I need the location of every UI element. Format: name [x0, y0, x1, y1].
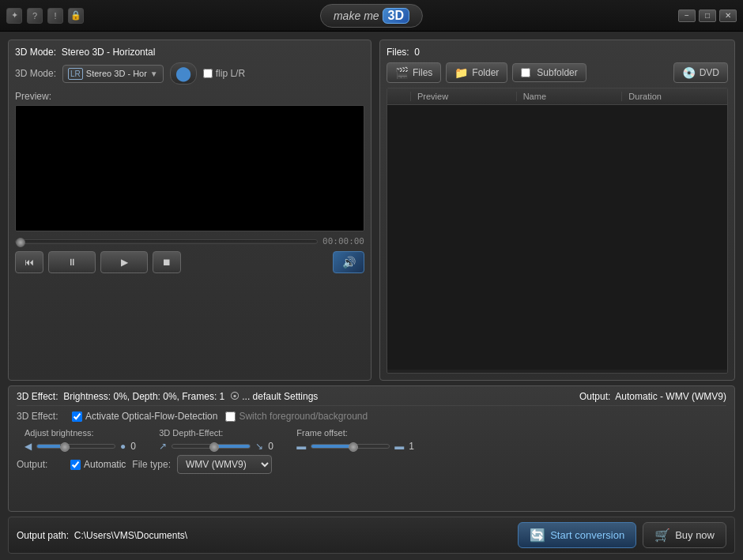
auto-checkbox[interactable] [70, 460, 81, 470]
effect-info: Brightness: 0%, Depth: 0%, Frames: 1 [63, 391, 224, 402]
star-icon[interactable]: ✦ [6, 8, 22, 24]
effect-title: 3D Effect: Brightness: 0%, Depth: 0%, Fr… [17, 391, 318, 402]
mode-dropdown-text: Stereo 3D - Hor [86, 69, 147, 78]
default-label: ... default Settings [242, 391, 318, 402]
action-buttons: 🔄 Start conversion 🛒 Buy now [518, 522, 726, 548]
flip-label[interactable]: flip L/R [203, 68, 245, 79]
window-controls: − □ ✕ [678, 9, 737, 22]
auto-label[interactable]: Automatic [70, 459, 126, 470]
flip-text: flip L/R [216, 68, 245, 79]
toggle-button[interactable]: ⬤ [170, 62, 197, 85]
filetype-select[interactable]: WMV (WMV9) [177, 455, 272, 474]
output-info: Output: Automatic - WMV (WMV9) [579, 391, 726, 402]
flip-checkbox[interactable] [203, 69, 213, 78]
filetype-label: File type: [132, 459, 171, 470]
activate-checkbox[interactable] [72, 412, 82, 422]
depth-left-icon: ↗ [159, 441, 167, 452]
convert-icon: 🔄 [530, 528, 545, 543]
start-btn-label: Start conversion [550, 529, 624, 541]
stereo-icon: LR [68, 68, 83, 80]
app-logo: make me 3D [320, 4, 423, 28]
output-path-label: Output path: [17, 530, 69, 541]
output-value: Automatic - WMV (WMV9) [615, 391, 726, 402]
seekbar-thumb[interactable] [16, 238, 25, 247]
subfolder-checkbox[interactable] [521, 68, 530, 77]
right-panel: Files: 0 🎬 Files 📁 Folder Subfolder 💿 [379, 39, 735, 381]
brightness-slider[interactable] [36, 444, 115, 449]
left-panel: 3D Mode: Stereo 3D - Horizontal 3D Mode:… [8, 39, 372, 381]
mode-row: 3D Mode: LR Stereo 3D - Hor ▼ ⬤ flip L/R [15, 62, 364, 85]
depth-slider-container: ↗ ↘ 0 [159, 441, 281, 452]
restore-button[interactable]: □ [699, 9, 716, 22]
switch-checkbox[interactable] [225, 412, 236, 422]
mode-title-value: Stereo 3D - Horizontal [62, 47, 156, 58]
close-button[interactable]: ✕ [719, 9, 737, 22]
left-panel-title: 3D Mode: Stereo 3D - Horizontal [15, 47, 364, 58]
frame-right-icon: ▬ [394, 441, 404, 452]
info-icon[interactable]: ! [47, 8, 63, 24]
depth-value: 0 [268, 441, 281, 452]
table-body [387, 105, 727, 370]
frame-group: Frame offset: ▬ ▬ 1 [296, 428, 421, 452]
output-path-value: C:\Users\VMS\Documents\ [74, 530, 187, 541]
dropdown-arrow-icon: ▼ [150, 70, 158, 78]
buy-now-button[interactable]: 🛒 Buy now [643, 522, 726, 548]
stop-button[interactable]: ⏹ [153, 251, 181, 273]
seekbar-container: 00:00:00 [15, 236, 364, 246]
files-button[interactable]: 🎬 Files [387, 62, 441, 83]
right-panel-title: Files: 0 [387, 47, 728, 58]
switch-label[interactable]: Switch foreground/background [225, 411, 368, 422]
depth-group: 3D Depth-Effect: ↗ ↘ 0 [159, 428, 281, 452]
dvd-icon: 💿 [682, 66, 696, 79]
files-buttons: 🎬 Files 📁 Folder Subfolder 💿 DVD [387, 62, 728, 83]
controls-row: ⏮ ⏸ ▶ ⏹ 🔊 [15, 251, 364, 273]
lock-icon[interactable]: 🔒 [68, 8, 84, 24]
folder-button[interactable]: 📁 Folder [446, 62, 507, 83]
preview-label: Preview: [15, 91, 364, 102]
sliders-row: Adjust brightness: ◀ ● 0 3D Depth-Effect… [17, 428, 726, 452]
output-prefix: Output: [579, 391, 610, 402]
col-preview: Preview [411, 92, 517, 101]
volume-button[interactable]: 🔊 [333, 251, 364, 273]
prev-button[interactable]: ⏮ [15, 251, 43, 273]
titlebar: ✦ ? ! 🔒 make me 3D − □ ✕ [0, 0, 743, 32]
folder-icon: 📁 [454, 66, 468, 79]
start-conversion-button[interactable]: 🔄 Start conversion [518, 522, 636, 548]
pause-button[interactable]: ⏸ [48, 251, 96, 273]
auto-text: Automatic [84, 459, 126, 470]
dvd-button[interactable]: 💿 DVD [673, 62, 728, 83]
brightness-group: Adjust brightness: ◀ ● 0 [25, 428, 143, 452]
effect-section-label: 3D Effect: [17, 411, 64, 422]
minimize-button[interactable]: − [678, 9, 696, 22]
mode-dropdown[interactable]: LR Stereo 3D - Hor ▼ [62, 65, 164, 83]
brightness-right-icon: ● [120, 441, 126, 452]
output-section-label: Output: [17, 459, 64, 470]
dvd-btn-label: DVD [700, 67, 719, 78]
frame-slider[interactable] [311, 444, 390, 449]
files-table: Preview Name Duration [387, 88, 728, 374]
col-duration: Duration [622, 92, 727, 101]
mode-title-prefix: 3D Mode: [15, 47, 56, 58]
files-btn-label: Files [413, 67, 432, 78]
col-check [387, 92, 411, 101]
question-icon[interactable]: ? [27, 8, 43, 24]
seekbar[interactable] [15, 239, 318, 244]
subfolder-label[interactable]: Subfolder [512, 63, 586, 82]
titlebar-left: ✦ ? ! 🔒 [6, 8, 84, 24]
frame-value: 1 [409, 441, 421, 452]
activate-label[interactable]: Activate Optical-Flow-Detection [72, 411, 217, 422]
files-count: 0 [414, 47, 420, 58]
depth-slider[interactable] [172, 444, 251, 449]
effect-controls-row: 3D Effect: Activate Optical-Flow-Detecti… [17, 411, 726, 422]
folder-btn-label: Folder [472, 67, 499, 78]
depth-label: 3D Depth-Effect: [159, 428, 281, 438]
activate-text: Activate Optical-Flow-Detection [85, 411, 217, 422]
time-display: 00:00:00 [322, 236, 364, 246]
output-path: Output path: C:\Users\VMS\Documents\ [17, 530, 187, 541]
play-button[interactable]: ▶ [100, 251, 148, 273]
effect-prefix: 3D Effect: [17, 391, 58, 402]
frame-left-icon: ▬ [296, 441, 306, 452]
video-preview [15, 105, 364, 231]
table-header: Preview Name Duration [387, 88, 727, 105]
logo-badge: 3D [383, 8, 409, 24]
